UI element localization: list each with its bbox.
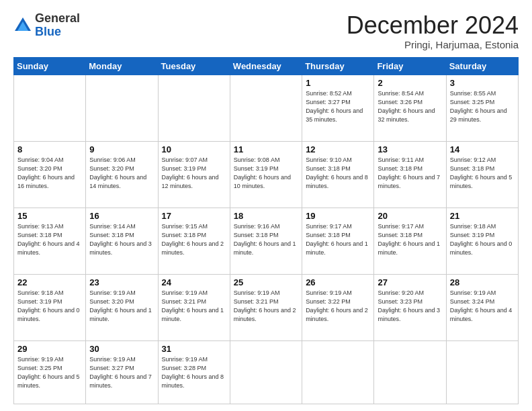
calendar-cell xyxy=(158,75,230,141)
cell-info: Sunrise: 9:16 AMSunset: 3:18 PMDaylight:… xyxy=(234,223,296,256)
cell-info: Sunrise: 9:17 AMSunset: 3:18 PMDaylight:… xyxy=(306,223,368,256)
cell-info: Sunrise: 9:19 AMSunset: 3:22 PMDaylight:… xyxy=(306,289,368,322)
calendar-cell: 30Sunrise: 9:19 AMSunset: 3:27 PMDayligh… xyxy=(86,340,158,404)
calendar-cell: 2Sunrise: 8:54 AMSunset: 3:26 PMDaylight… xyxy=(374,75,446,141)
day-number: 17 xyxy=(162,211,226,221)
day-number: 8 xyxy=(17,144,82,154)
day-number: 24 xyxy=(162,277,226,287)
cell-info: Sunrise: 8:55 AMSunset: 3:25 PMDaylight:… xyxy=(450,90,507,123)
cell-info: Sunrise: 9:04 AMSunset: 3:20 PMDaylight:… xyxy=(17,156,75,189)
calendar-cell: 15Sunrise: 9:13 AMSunset: 3:18 PMDayligh… xyxy=(14,208,86,274)
calendar-cell: 25Sunrise: 9:19 AMSunset: 3:21 PMDayligh… xyxy=(230,274,302,340)
title-block: December 2024 Pringi, Harjumaa, Estonia xyxy=(347,12,519,50)
cell-info: Sunrise: 9:18 AMSunset: 3:19 PMDaylight:… xyxy=(450,223,513,256)
week-row-1: 1Sunrise: 8:52 AMSunset: 3:27 PMDaylight… xyxy=(14,75,519,141)
calendar-cell: 29Sunrise: 9:19 AMSunset: 3:25 PMDayligh… xyxy=(14,340,86,404)
cell-info: Sunrise: 9:18 AMSunset: 3:19 PMDaylight:… xyxy=(17,289,80,322)
calendar-cell xyxy=(230,340,302,404)
day-number: 29 xyxy=(17,344,82,354)
day-number: 20 xyxy=(378,211,442,221)
logo-general: General xyxy=(35,11,80,25)
calendar-cell xyxy=(14,75,86,141)
week-row-4: 22Sunrise: 9:18 AMSunset: 3:19 PMDayligh… xyxy=(14,274,519,340)
calendar: Sunday Monday Tuesday Wednesday Thursday… xyxy=(13,57,519,404)
calendar-cell: 21Sunrise: 9:18 AMSunset: 3:19 PMDayligh… xyxy=(446,208,518,274)
header-row: Sunday Monday Tuesday Wednesday Thursday… xyxy=(14,57,519,75)
day-number: 11 xyxy=(234,144,298,154)
calendar-cell: 26Sunrise: 9:19 AMSunset: 3:22 PMDayligh… xyxy=(302,274,374,340)
cell-info: Sunrise: 8:52 AMSunset: 3:27 PMDaylight:… xyxy=(306,90,363,123)
col-saturday: Saturday xyxy=(446,57,518,75)
calendar-cell: 16Sunrise: 9:14 AMSunset: 3:18 PMDayligh… xyxy=(86,208,158,274)
calendar-cell: 28Sunrise: 9:19 AMSunset: 3:24 PMDayligh… xyxy=(446,274,518,340)
logo-blue: Blue xyxy=(35,25,61,38)
cell-info: Sunrise: 9:13 AMSunset: 3:18 PMDaylight:… xyxy=(17,223,80,256)
day-number: 9 xyxy=(89,144,154,154)
logo: General Blue xyxy=(13,12,80,39)
day-number: 2 xyxy=(378,78,442,88)
day-number: 1 xyxy=(306,78,370,88)
week-row-2: 8Sunrise: 9:04 AMSunset: 3:20 PMDaylight… xyxy=(14,141,519,208)
page: General Blue December 2024 Pringi, Harju… xyxy=(0,0,532,411)
day-number: 23 xyxy=(89,277,154,287)
cell-info: Sunrise: 9:12 AMSunset: 3:18 PMDaylight:… xyxy=(450,156,513,189)
calendar-cell: 11Sunrise: 9:08 AMSunset: 3:19 PMDayligh… xyxy=(230,141,302,208)
calendar-cell: 10Sunrise: 9:07 AMSunset: 3:19 PMDayligh… xyxy=(158,141,230,208)
col-tuesday: Tuesday xyxy=(158,57,230,75)
location: Pringi, Harjumaa, Estonia xyxy=(347,39,519,50)
cell-info: Sunrise: 9:10 AMSunset: 3:18 PMDaylight:… xyxy=(306,156,368,189)
day-number: 18 xyxy=(234,211,298,221)
calendar-cell xyxy=(374,340,446,404)
week-row-3: 15Sunrise: 9:13 AMSunset: 3:18 PMDayligh… xyxy=(14,208,519,274)
cell-info: Sunrise: 9:19 AMSunset: 3:25 PMDaylight:… xyxy=(17,356,80,389)
cell-info: Sunrise: 9:19 AMSunset: 3:27 PMDaylight:… xyxy=(89,356,152,389)
calendar-cell xyxy=(302,340,374,404)
calendar-cell xyxy=(446,340,518,404)
calendar-cell: 12Sunrise: 9:10 AMSunset: 3:18 PMDayligh… xyxy=(302,141,374,208)
calendar-cell: 17Sunrise: 9:15 AMSunset: 3:18 PMDayligh… xyxy=(158,208,230,274)
day-number: 26 xyxy=(306,277,370,287)
day-number: 28 xyxy=(450,277,515,287)
day-number: 15 xyxy=(17,211,82,221)
cell-info: Sunrise: 9:19 AMSunset: 3:24 PMDaylight:… xyxy=(450,289,513,322)
cell-info: Sunrise: 8:54 AMSunset: 3:26 PMDaylight:… xyxy=(378,90,435,123)
month-title: December 2024 xyxy=(347,12,519,39)
logo-icon xyxy=(13,16,32,35)
calendar-cell: 1Sunrise: 8:52 AMSunset: 3:27 PMDaylight… xyxy=(302,75,374,141)
calendar-cell: 22Sunrise: 9:18 AMSunset: 3:19 PMDayligh… xyxy=(14,274,86,340)
day-number: 31 xyxy=(162,344,226,354)
cell-info: Sunrise: 9:06 AMSunset: 3:20 PMDaylight:… xyxy=(89,156,146,189)
cell-info: Sunrise: 9:19 AMSunset: 3:28 PMDaylight:… xyxy=(162,356,224,389)
day-number: 27 xyxy=(378,277,442,287)
col-sunday: Sunday xyxy=(14,57,86,75)
logo-text: General Blue xyxy=(35,12,80,39)
calendar-cell: 24Sunrise: 9:19 AMSunset: 3:21 PMDayligh… xyxy=(158,274,230,340)
day-number: 16 xyxy=(89,211,154,221)
calendar-cell: 23Sunrise: 9:19 AMSunset: 3:20 PMDayligh… xyxy=(86,274,158,340)
col-wednesday: Wednesday xyxy=(230,57,302,75)
day-number: 21 xyxy=(450,211,515,221)
day-number: 30 xyxy=(89,344,154,354)
header: General Blue December 2024 Pringi, Harju… xyxy=(13,12,519,50)
calendar-cell: 18Sunrise: 9:16 AMSunset: 3:18 PMDayligh… xyxy=(230,208,302,274)
cell-info: Sunrise: 9:15 AMSunset: 3:18 PMDaylight:… xyxy=(162,223,224,256)
cell-info: Sunrise: 9:20 AMSunset: 3:23 PMDaylight:… xyxy=(378,289,440,322)
calendar-cell: 27Sunrise: 9:20 AMSunset: 3:23 PMDayligh… xyxy=(374,274,446,340)
cell-info: Sunrise: 9:19 AMSunset: 3:21 PMDaylight:… xyxy=(162,289,224,322)
day-number: 3 xyxy=(450,78,515,88)
calendar-cell: 31Sunrise: 9:19 AMSunset: 3:28 PMDayligh… xyxy=(158,340,230,404)
calendar-cell: 14Sunrise: 9:12 AMSunset: 3:18 PMDayligh… xyxy=(446,141,518,208)
calendar-cell: 8Sunrise: 9:04 AMSunset: 3:20 PMDaylight… xyxy=(14,141,86,208)
cell-info: Sunrise: 9:19 AMSunset: 3:21 PMDaylight:… xyxy=(234,289,296,322)
calendar-cell xyxy=(86,75,158,141)
day-number: 10 xyxy=(162,144,226,154)
calendar-cell: 19Sunrise: 9:17 AMSunset: 3:18 PMDayligh… xyxy=(302,208,374,274)
day-number: 22 xyxy=(17,277,82,287)
col-monday: Monday xyxy=(86,57,158,75)
cell-info: Sunrise: 9:17 AMSunset: 3:18 PMDaylight:… xyxy=(378,223,440,256)
cell-info: Sunrise: 9:08 AMSunset: 3:19 PMDaylight:… xyxy=(234,156,291,189)
day-number: 14 xyxy=(450,144,515,154)
col-friday: Friday xyxy=(374,57,446,75)
day-number: 25 xyxy=(234,277,298,287)
col-thursday: Thursday xyxy=(302,57,374,75)
